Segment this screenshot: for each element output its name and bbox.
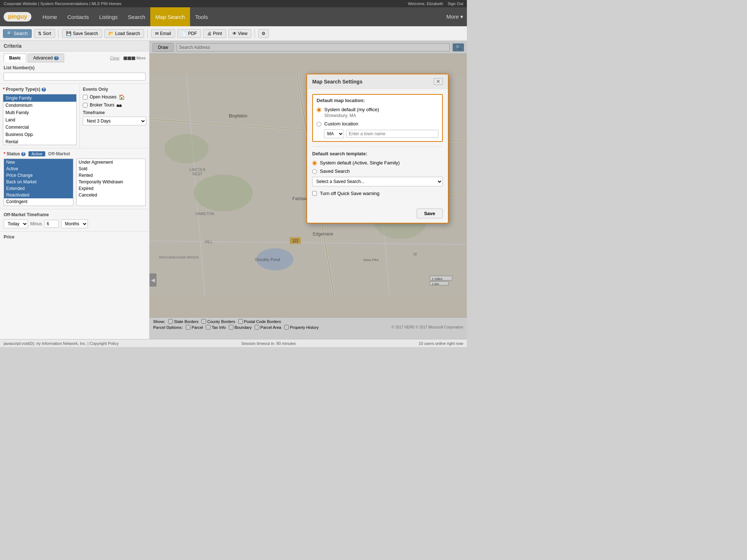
pdf-button[interactable]: 📄 PDF (177, 29, 201, 38)
nav-search[interactable]: Search (123, 7, 151, 26)
timeframe-select[interactable]: Next 3 Days Today Tomorrow This Week (83, 117, 146, 125)
map-area: Draw 🔍 (150, 41, 467, 339)
status-temp-withdrawn[interactable]: Temporarily Withdrawn (77, 179, 146, 185)
town-name-input[interactable] (346, 130, 438, 138)
prop-multi-family[interactable]: Multi Family (3, 109, 76, 116)
saved-search-select[interactable]: Select a Saved Search... (312, 177, 443, 186)
status-right: 10 users online right now (419, 341, 463, 346)
status-new[interactable]: New (4, 159, 73, 166)
load-icon: 📂 (108, 31, 114, 36)
status-under-agreement[interactable]: Under Agreement (77, 159, 146, 166)
prop-rental[interactable]: Rental (3, 138, 76, 145)
broker-tours-label: Broker Tours (90, 102, 115, 108)
price-section: Price (0, 232, 149, 242)
property-type-list: Single Family Condominium Multi Family L… (3, 94, 77, 145)
broker-tours-checkbox[interactable] (83, 103, 88, 108)
status-sold[interactable]: Sold (77, 166, 146, 172)
prop-single-family[interactable]: Single Family (3, 94, 76, 102)
more-link: ⬛⬛⬛ More (123, 56, 146, 60)
default-search-template-title: Default search template: (312, 151, 443, 156)
save-search-button[interactable]: 💾 Save Search (62, 29, 102, 38)
active-badge[interactable]: Active (28, 151, 45, 156)
print-button[interactable]: 🖨 Print (203, 29, 226, 38)
saved-search-row: Select a Saved Search... (312, 177, 443, 186)
email-button[interactable]: ✉ Email (151, 29, 175, 38)
sort-button[interactable]: ⇅ Sort (34, 29, 55, 38)
nav-listings[interactable]: Listings (94, 7, 123, 26)
status-reactivated[interactable]: Reactivated (4, 192, 73, 198)
custom-location-option: Custom location (317, 121, 438, 127)
nav-home[interactable]: Home (37, 7, 62, 26)
events-section: Events Only Open Houses 🏠 Broker Tours 🏘… (80, 84, 149, 148)
open-houses-row: Open Houses 🏠 (83, 94, 146, 100)
tab-advanced[interactable]: Advanced ? (28, 54, 64, 62)
prop-commercial[interactable]: Commercial (3, 124, 76, 131)
modal-close-button[interactable]: ✕ (434, 78, 443, 85)
separator-3 (255, 29, 255, 38)
modal-save-button[interactable]: Save (417, 209, 443, 218)
status-active[interactable]: Active (4, 166, 73, 172)
saved-search-option: Saved Search (312, 168, 443, 174)
list-number-section: List Number(s) (0, 62, 149, 84)
separator-1 (58, 29, 59, 38)
system-default-search-radio[interactable] (312, 161, 317, 166)
prop-business-opp[interactable]: Business Opp. (3, 131, 76, 138)
months-select[interactable]: Months (61, 219, 88, 228)
logo-text: pinguy (8, 13, 27, 20)
logo[interactable]: pinguy (4, 12, 31, 22)
sort-icon: ⇅ (38, 31, 42, 36)
criteria-header: Criteria (0, 41, 149, 51)
open-houses-checkbox[interactable] (83, 95, 88, 100)
quick-save-checkbox[interactable] (312, 191, 317, 196)
clear-link[interactable]: Clear (110, 56, 120, 60)
sign-out-link[interactable]: Sign Out (448, 1, 463, 6)
broker-tours-row: Broker Tours 🏘 (83, 102, 146, 108)
nav-tools[interactable]: Tools (190, 7, 213, 26)
search-icon: 🔍 (7, 31, 12, 36)
email-icon: ✉ (155, 31, 159, 36)
status-canceled[interactable]: Canceled (77, 192, 146, 198)
nav-more[interactable]: More ▾ (446, 13, 463, 20)
custom-location-radio[interactable] (317, 122, 321, 127)
list-number-input[interactable] (4, 73, 146, 81)
prop-condominium[interactable]: Condominium (3, 102, 76, 109)
settings-button[interactable]: ⚙ (258, 29, 269, 38)
events-title: Events Only (83, 87, 146, 92)
nav-contacts[interactable]: Contacts (62, 7, 94, 26)
custom-location-label: Custom location (324, 121, 358, 127)
prop-land[interactable]: Land (3, 116, 76, 124)
toolbar: 🔍 Search ⇅ Sort 💾 Save Search 📂 Load Sea… (0, 26, 467, 41)
load-search-button[interactable]: 📂 Load Search (104, 29, 144, 38)
state-select[interactable]: MA (324, 129, 344, 138)
status-back-on-market[interactable]: Back on Market (4, 179, 73, 185)
offmarket-from-select[interactable]: Today (4, 219, 28, 228)
minus-value-input[interactable] (44, 220, 59, 228)
status-label: * Status ? (4, 151, 26, 156)
system-default-search-option: System default (Active, Single Family) (312, 160, 443, 166)
nav-bar: pinguy Home Contacts Listings Search Map… (0, 7, 467, 26)
view-button[interactable]: 👁 View (228, 29, 252, 38)
broker-tours-icon: 🏘 (117, 102, 122, 108)
modal-body: Default map location: System default (my… (307, 89, 448, 206)
timeframe-label: Timeframe (83, 110, 146, 115)
offmarket-timeframe-section: Off-Market Timeframe Today Minus Months (0, 209, 149, 232)
minus-label: Minus (30, 221, 42, 226)
tab-basic[interactable]: Basic (4, 54, 26, 62)
status-rented[interactable]: Rented (77, 172, 146, 179)
open-houses-label: Open Houses (90, 94, 116, 100)
search-button[interactable]: 🔍 Search (3, 29, 32, 38)
modal-header: Map Search Settings ✕ (307, 74, 448, 89)
system-default-radio[interactable] (317, 108, 321, 112)
nav-map-search[interactable]: Map Search (150, 7, 190, 26)
custom-location-row: MA (324, 129, 438, 138)
status-extended[interactable]: Extended (4, 185, 73, 192)
prop-type-section: * Property Type(s) ? Single Family Condo… (0, 84, 80, 148)
top-bar-title: Corporate Website | System Recommendatio… (4, 1, 121, 6)
status-price-change[interactable]: Price Change (4, 172, 73, 179)
status-expired[interactable]: Expired (77, 185, 146, 192)
saved-search-radio[interactable] (312, 169, 317, 174)
offmarket-badge[interactable]: Off-Market (48, 151, 70, 156)
system-default-option: System default (my office) Shrewsbury, M… (317, 107, 438, 118)
default-map-location-title: Default map location: (317, 98, 438, 103)
status-contingent[interactable]: Contingent (4, 198, 73, 205)
